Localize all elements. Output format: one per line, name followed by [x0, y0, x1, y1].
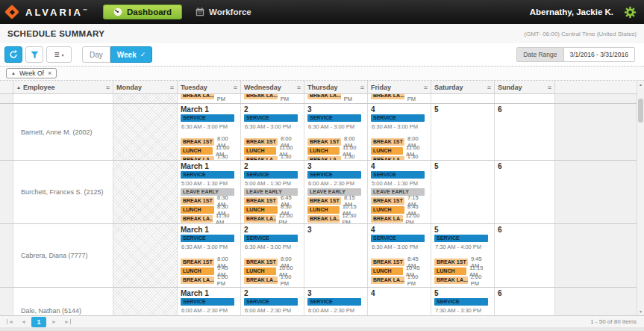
day-cell[interactable]: 5	[431, 161, 495, 223]
column-menu-icon[interactable]: ≡	[548, 84, 551, 91]
column-header-friday[interactable]: Friday≡	[368, 81, 431, 93]
day-cell[interactable]	[495, 94, 555, 103]
schedule-entry: BREAK LA...1:00 PM	[371, 276, 428, 284]
column-label: Sunday	[498, 84, 522, 91]
service-chip: SERVICE	[244, 171, 298, 179]
day-cell[interactable]: 3SERVICE6:30 AM - 3:00 PMBREAK 1ST8:00 A…	[304, 104, 368, 160]
refresh-button[interactable]	[4, 46, 22, 63]
day-cell[interactable]: BREAK LA...3:00 PM	[368, 94, 431, 103]
day-cell[interactable]: 4SERVICE5:00 AM - 1:30 PMLEAVE EARLYBREA…	[368, 161, 431, 223]
employee-cell[interactable]	[13, 94, 113, 103]
day-cell[interactable]: BREAK LA...3:00 PM	[241, 94, 304, 103]
employee-cell[interactable]: Barnett, Anne M. (2002)	[13, 104, 113, 160]
day-cell[interactable]	[113, 288, 178, 315]
day-cell[interactable]: 6	[495, 288, 555, 315]
day-cell[interactable]: BREAK LA...3:00 PM	[304, 94, 368, 103]
day-cell[interactable]: BREAK LA...3:00 PM	[178, 94, 241, 103]
column-menu-icon[interactable]: ≡	[360, 84, 364, 91]
day-cell[interactable]: 2SERVICE5:00 AM - 1:30 PMLEAVE EARLYBREA…	[241, 161, 304, 223]
date-range-control[interactable]: Date Range 3/1/2016 - 3/31/2016	[516, 47, 635, 62]
service-chip: SERVICE	[181, 235, 234, 242]
day-cell[interactable]: 4SERVICE6:30 AM - 3:00 PMBREAK 1ST8:45 A…	[368, 224, 431, 287]
column-header-tuesday[interactable]: Tuesday≡	[178, 81, 241, 93]
scrollbar-thumb[interactable]	[638, 99, 643, 123]
prev-page-button[interactable]: ◄	[18, 317, 29, 327]
day-cell[interactable]	[431, 94, 495, 103]
scroll-up-icon[interactable]: ▲	[637, 82, 644, 87]
sort-asc-icon: ▲	[16, 85, 21, 90]
column-menu-icon[interactable]: ≡	[234, 84, 237, 91]
day-label: March 1	[181, 105, 237, 114]
day-cell[interactable]: 2SERVICE6:30 AM - 3:00 PMBREAK 1ST8:00 A…	[241, 104, 304, 160]
day-cell[interactable]: 6	[495, 224, 555, 287]
vertical-scrollbar[interactable]: ▲ ▼	[637, 81, 644, 315]
scroll-down-icon[interactable]: ▼	[637, 309, 644, 314]
trademark: ™	[83, 7, 90, 12]
day-cell[interactable]	[113, 224, 178, 287]
day-cell[interactable]: 4SERVICE6:30 AM - 3:00 PMBREAK 1ST8:00 A…	[368, 104, 431, 160]
hamburger-icon: ≡	[54, 50, 59, 59]
entry-list: BREAK 1ST8:00 AMLUNCH11:00 AMBREAK LA...…	[244, 138, 301, 160]
day-cell[interactable]: March 1SERVICE6:30 AM - 3:00 PMBREAK 1ST…	[178, 104, 241, 160]
service-time: 6:00 AM - 2:30 PM	[308, 307, 364, 314]
day-cell[interactable]	[113, 94, 178, 103]
day-cell[interactable]: 3SERVICE6:00 AM - 2:30 PMLEAVE EARLYBREA…	[304, 161, 368, 223]
day-cell[interactable]: March 1SERVICE6:00 AM - 2:30 PM	[178, 288, 241, 315]
user-area: Abernathy, Jackie K.	[530, 6, 637, 19]
day-cell[interactable]: 6	[495, 104, 555, 160]
column-menu-icon[interactable]: ≡	[424, 84, 428, 91]
day-week-toggle: Day Week ✓	[82, 46, 152, 63]
day-cell[interactable]: 3SERVICE6:00 AM - 2:30 PM	[304, 288, 368, 315]
caret-down-icon: ▾	[62, 52, 64, 58]
column-menu-icon[interactable]: ≡	[170, 84, 174, 91]
column-header-monday[interactable]: Monday≡	[113, 81, 178, 93]
last-page-button[interactable]: ►	[62, 317, 73, 327]
entry-chip: BREAK 1ST	[244, 197, 278, 205]
column-menu-icon[interactable]: ≡	[487, 84, 491, 91]
day-cell[interactable]: 3	[304, 224, 368, 287]
view-options-button[interactable]: ≡ ▾	[46, 46, 72, 63]
day-toggle-button[interactable]: Day	[82, 46, 110, 63]
day-cell[interactable]	[113, 161, 178, 223]
entry-time: 1:00 PM	[281, 273, 301, 287]
entry-list: BREAK 1ST8:00 AMLUNCH9:45 AMBREAK LA...1…	[181, 259, 237, 284]
day-cell[interactable]	[113, 104, 178, 160]
close-icon[interactable]: ×	[48, 70, 51, 77]
employee-cell[interactable]: Cabrera, Diana (7777)	[13, 224, 113, 287]
day-cell[interactable]: 2SERVICE6:30 AM - 3:00 PMBREAK 1ST8:00 A…	[241, 224, 304, 287]
week-toggle-button[interactable]: Week ✓	[110, 46, 153, 63]
entry-chip: LUNCH	[244, 147, 276, 155]
column-header-saturday[interactable]: Saturday≡	[431, 81, 495, 93]
day-cell[interactable]: 5	[431, 104, 495, 160]
entry-chip: BREAK LA...	[181, 94, 214, 99]
column-header-thursday[interactable]: Thursday≡	[304, 81, 368, 93]
column-menu-icon[interactable]: ≡	[297, 84, 301, 91]
column-header-wednesday[interactable]: Wednesday≡	[241, 81, 304, 93]
settings-gear-icon[interactable]	[624, 6, 637, 19]
employee-cell[interactable]: Burchett, Frances S. (2125)	[13, 161, 113, 223]
day-cell[interactable]: 5SERVICE7:30 AM - 4:00 PMBREAK 1ST9:45 A…	[431, 224, 495, 287]
day-label: 2	[244, 226, 301, 234]
filter-button[interactable]	[25, 46, 43, 63]
day-cell[interactable]: 2SERVICE6:00 AM - 2:30 PM	[241, 288, 304, 315]
service-time: 5:00 AM - 1:30 PM	[181, 180, 237, 187]
day-cell[interactable]: 6	[495, 161, 555, 223]
day-cell[interactable]: March 1SERVICE5:00 AM - 1:30 PMLEAVE EAR…	[178, 161, 241, 223]
entry-chip: BREAK LA...	[371, 156, 404, 160]
column-header-employee[interactable]: ▲Employee≡	[13, 81, 113, 93]
employee-cell[interactable]: Dale, Nathan (5144)	[13, 288, 113, 315]
next-page-button[interactable]: ►	[49, 317, 60, 327]
first-page-button[interactable]: ◄	[4, 317, 16, 327]
entry-chip: LUNCH	[307, 147, 340, 155]
day-cell[interactable]: March 1SERVICE6:30 AM - 3:00 PMBREAK 1ST…	[178, 224, 241, 287]
column-header-sunday[interactable]: Sunday≡	[495, 81, 555, 93]
day-cell[interactable]: 5SERVICE7:30 AM - 3:30 PM	[431, 288, 495, 315]
entry-chip: BREAK LA...	[244, 215, 276, 223]
day-cell[interactable]: 4	[368, 288, 431, 315]
date-range-label: Date Range	[517, 48, 563, 61]
page-1-button[interactable]: 1	[31, 317, 46, 327]
tab-dashboard[interactable]: Dashboard	[103, 4, 182, 19]
tab-workforce[interactable]: Workforce	[196, 7, 251, 16]
column-menu-icon[interactable]: ≡	[106, 84, 110, 91]
group-chip-week-of[interactable]: ▲ Week Of ×	[6, 68, 57, 78]
